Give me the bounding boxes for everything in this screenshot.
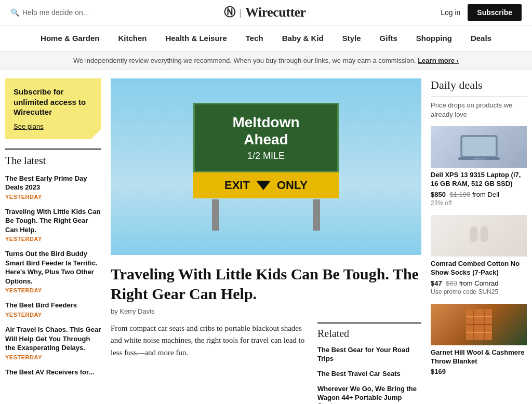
login-link[interactable]: Log in bbox=[441, 8, 460, 17]
article-title: The Best Early Prime Day Deals 2023 bbox=[5, 174, 101, 192]
deal-name: Dell XPS 13 9315 Laptop (i7, 16 GB RAM, … bbox=[431, 171, 527, 188]
latest-section: The latest The Best Early Prime Day Deal… bbox=[5, 149, 101, 377]
main-nav: Home & Garden Kitchen Health & Leisure T… bbox=[0, 25, 532, 51]
sign-posts bbox=[212, 199, 320, 231]
search-placeholder: Help me decide on... bbox=[22, 8, 89, 17]
sign-yellow: EXIT ONLY bbox=[193, 172, 339, 198]
sign-post-right bbox=[313, 199, 320, 231]
list-item[interactable]: Turns Out the Bird Buddy Smart Bird Feed… bbox=[5, 249, 101, 293]
deal-item[interactable]: Dell XPS 13 9315 Laptop (i7, 16 GB RAM, … bbox=[431, 126, 527, 207]
nav-item-shopping[interactable]: Shopping bbox=[407, 25, 461, 51]
subscribe-box: Subscribe for unlimited access to Wirecu… bbox=[5, 78, 101, 139]
deal-item[interactable]: Garnet Hill Wool & Cashmere Throw Blanke… bbox=[431, 304, 527, 376]
sign-line1: Meltdown bbox=[211, 114, 321, 131]
sign-container: Meltdown Ahead 1/2 MILE EXIT ONLY bbox=[193, 103, 339, 231]
nav-item-deals[interactable]: Deals bbox=[461, 25, 501, 51]
deal-image-blanket bbox=[431, 304, 527, 345]
nav-item-tech[interactable]: Tech bbox=[236, 25, 273, 51]
deal-promo: Use promo code SUN25 bbox=[431, 288, 527, 295]
related-title: Related bbox=[317, 322, 421, 340]
search-area[interactable]: 🔍 Help me decide on... bbox=[10, 8, 89, 17]
article-title: The Best Bird Feeders bbox=[5, 301, 101, 310]
article-date: YESTERDAY bbox=[5, 312, 101, 318]
related-item[interactable]: The Best Gear for Your Road Trips bbox=[317, 346, 421, 363]
deal-price: $850 $1,100 from Dell bbox=[431, 191, 527, 198]
svg-rect-1 bbox=[462, 137, 496, 156]
related-section: Related The Best Gear for Your Road Trip… bbox=[317, 322, 421, 404]
blanket-icon bbox=[461, 306, 497, 343]
article-date: YESTERDAY bbox=[5, 287, 101, 293]
sidebar-left: Subscribe for unlimited access to Wirecu… bbox=[5, 78, 101, 404]
hero-image: Meltdown Ahead 1/2 MILE EXIT ONLY bbox=[111, 78, 421, 255]
socks-icon bbox=[461, 221, 497, 250]
logo-divider: | bbox=[239, 7, 241, 18]
subscribe-button[interactable]: Subscribe bbox=[468, 4, 522, 21]
deal-name: Comrad Combed Cotton No Show Socks (7-Pa… bbox=[431, 260, 527, 277]
nyt-logo: Ⓝ bbox=[224, 5, 235, 20]
deal-discount: 23% off bbox=[431, 199, 527, 207]
site-logo[interactable]: Ⓝ | Wirecutter bbox=[224, 5, 306, 20]
hero-author: by Kerry Davis bbox=[111, 307, 421, 315]
sign-only: ONLY bbox=[277, 179, 308, 192]
svg-rect-5 bbox=[470, 226, 477, 242]
hero-body-grid: From compact car seats and cribs to port… bbox=[111, 322, 421, 404]
hero-description: From compact car seats and cribs to port… bbox=[111, 322, 305, 404]
deal-original-price: $1,100 bbox=[450, 191, 471, 198]
list-item[interactable]: Traveling With Little Kids Can Be Tough.… bbox=[5, 207, 101, 243]
site-name: Wirecutter bbox=[245, 5, 306, 20]
header-right: Log in Subscribe bbox=[441, 4, 522, 21]
deal-item[interactable]: Comrad Combed Cotton No Show Socks (7-Pa… bbox=[431, 215, 527, 295]
article-date: YESTERDAY bbox=[5, 236, 101, 242]
disclaimer-text: We independently review everything we re… bbox=[73, 57, 416, 64]
main-layout: Subscribe for unlimited access to Wirecu… bbox=[0, 70, 532, 404]
svg-rect-6 bbox=[481, 226, 488, 242]
deal-image-laptop bbox=[431, 126, 527, 168]
latest-title: The latest bbox=[5, 155, 101, 167]
learn-more-link[interactable]: Learn more › bbox=[418, 57, 459, 64]
svg-rect-3 bbox=[473, 158, 485, 159]
nav-item-baby-kid[interactable]: Baby & Kid bbox=[273, 25, 333, 51]
list-item[interactable]: The Best Early Prime Day Deals 2023 YEST… bbox=[5, 174, 101, 200]
article-date: YESTERDAY bbox=[5, 354, 101, 360]
article-title: Turns Out the Bird Buddy Smart Bird Feed… bbox=[5, 249, 101, 286]
deal-price: $47 $63 from Comrad bbox=[431, 279, 527, 287]
deal-original-price: $63 bbox=[446, 279, 457, 287]
laptop-icon bbox=[458, 133, 500, 161]
daily-deals-subtitle: Price drops on products we already love bbox=[431, 101, 527, 119]
related-item[interactable]: The Best Travel Car Seats bbox=[317, 370, 421, 379]
nav-item-style[interactable]: Style bbox=[333, 25, 370, 51]
search-icon: 🔍 bbox=[10, 8, 19, 17]
article-date: YESTERDAY bbox=[5, 194, 101, 200]
sidebar-right: Daily deals Price drops on products we a… bbox=[431, 78, 527, 404]
deal-price: $169 bbox=[431, 368, 527, 375]
nav-item-kitchen[interactable]: Kitchen bbox=[109, 25, 156, 51]
list-item[interactable]: The Best AV Receivers for... bbox=[5, 368, 101, 377]
subscribe-box-title: Subscribe for unlimited access to Wirecu… bbox=[14, 87, 93, 117]
disclaimer-bar: We independently review everything we re… bbox=[0, 51, 532, 70]
hero-title[interactable]: Traveling With Little Kids Can Be Tough.… bbox=[111, 264, 421, 303]
sign-post-left bbox=[212, 199, 219, 231]
see-plans-link[interactable]: See plans bbox=[14, 123, 44, 130]
site-header: 🔍 Help me decide on... Ⓝ | Wirecutter Lo… bbox=[0, 0, 532, 51]
main-content: Meltdown Ahead 1/2 MILE EXIT ONLY Travel… bbox=[111, 78, 421, 404]
sign-green: Meltdown Ahead 1/2 MILE bbox=[193, 103, 339, 173]
deal-image-socks bbox=[431, 215, 527, 257]
nav-item-health-leisure[interactable]: Health & Leisure bbox=[156, 25, 236, 51]
list-item[interactable]: Air Travel Is Chaos. This Gear Will Help… bbox=[5, 325, 101, 360]
list-item[interactable]: The Best Bird Feeders YESTERDAY bbox=[5, 301, 101, 318]
related-item[interactable]: Wherever We Go, We Bring the Wagon 44+ P… bbox=[317, 385, 421, 404]
daily-deals-title: Daily deals bbox=[431, 78, 527, 97]
article-title: Air Travel Is Chaos. This Gear Will Help… bbox=[5, 325, 101, 353]
article-title: The Best AV Receivers for... bbox=[5, 368, 101, 377]
sign-line3: 1/2 MILE bbox=[211, 151, 321, 162]
deal-name: Garnet Hill Wool & Cashmere Throw Blanke… bbox=[431, 348, 527, 366]
article-title: Traveling With Little Kids Can Be Tough.… bbox=[5, 207, 101, 235]
nav-item-gifts[interactable]: Gifts bbox=[370, 25, 407, 51]
nav-item-home-garden[interactable]: Home & Garden bbox=[31, 25, 109, 51]
sign-line2: Ahead bbox=[211, 131, 321, 149]
sign-exit: EXIT bbox=[224, 179, 250, 192]
arrow-down-icon bbox=[256, 181, 271, 190]
